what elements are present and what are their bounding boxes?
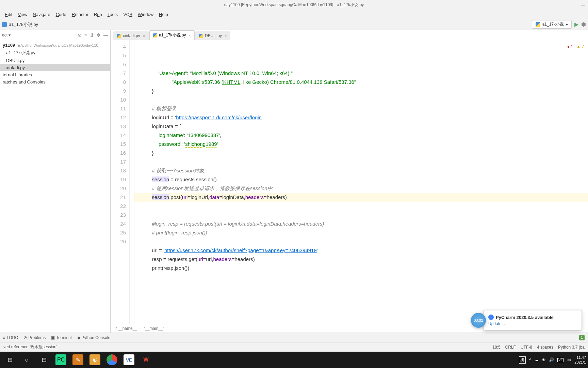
run-configuration-selector[interactable]: a1_17k小说 ▾ — [532, 20, 572, 29]
python-console-tool[interactable]: ◆ Python Console — [77, 335, 111, 340]
project-view-label[interactable]: ect ▾ — [2, 33, 11, 37]
scratches-consoles[interactable]: ratches and Consoles — [0, 78, 110, 86]
cortana-button[interactable]: ○ — [19, 353, 35, 367]
indent-info[interactable]: 4 spaces — [537, 345, 553, 350]
current-file-label: a1_17k小说.py — [9, 21, 38, 28]
notification-title: PyCharm 2020.3.5 available — [496, 315, 554, 320]
battery-icon[interactable]: ▭ — [567, 357, 571, 362]
editor-area: xinfadi.py×a1_17k小说.py×DBUtil.py× 456789… — [111, 30, 588, 333]
editor-tabs: xinfadi.py×a1_17k小说.py×DBUtil.py× — [111, 30, 588, 40]
app-icon-2[interactable]: ☯ — [87, 353, 103, 367]
inspection-widget[interactable]: ● 1 ▲ 7 — [567, 42, 584, 51]
pycharm-taskbar-icon[interactable]: PC — [53, 353, 69, 367]
python-file-icon — [2, 22, 7, 27]
window-title: day1109 [E:\pythonWorkspase\guangCaiMao1… — [224, 2, 364, 8]
system-tray: 拼 ^ ☁ ❀ 🔊 VE ▭ 11:47 2021/1 — [519, 355, 586, 365]
app-icon-1[interactable]: ✎ — [70, 353, 86, 367]
debug-button[interactable]: ⬢ — [581, 21, 586, 28]
terminal-tool[interactable]: ▣ Terminal — [51, 335, 71, 340]
network-icon[interactable]: VE — [557, 358, 564, 362]
editor-tab[interactable]: DBUtil.py× — [195, 31, 230, 40]
close-tab-icon[interactable]: × — [189, 33, 191, 37]
minimize-button[interactable]: — — [581, 2, 585, 7]
menu-view[interactable]: View — [16, 11, 29, 18]
fold-gutter[interactable] — [130, 40, 134, 324]
collapse-icon[interactable]: ⇵ — [90, 32, 94, 38]
status-message: ved reference '热水瓶session' — [3, 344, 57, 350]
app-icon-3[interactable]: VE — [121, 353, 137, 367]
editor-tab[interactable]: xinfadi.py× — [113, 31, 149, 40]
update-notification: i PyCharm 2020.3.5 available Update... — [483, 310, 582, 331]
locate-icon[interactable]: ⊙ — [78, 32, 82, 38]
line-number-gutter[interactable]: 4567891011121314151617181920212223242526 — [111, 40, 130, 324]
python-file-icon — [536, 22, 540, 27]
close-tab-icon[interactable]: × — [143, 34, 145, 38]
window-controls: — — [581, 2, 585, 7]
tree-file-item[interactable]: a1_17k小说.py — [0, 49, 110, 57]
clock[interactable]: 11:47 2021/1 — [574, 355, 586, 365]
window-titlebar: day1109 [E:\pythonWorkspase\guangCaiMao1… — [0, 0, 588, 10]
menu-help[interactable]: Help — [157, 11, 170, 18]
menu-edit[interactable]: Edit — [3, 11, 14, 18]
run-button[interactable]: ▶ — [574, 21, 578, 28]
wps-icon[interactable]: W — [138, 353, 154, 367]
python-file-icon — [199, 34, 203, 38]
chrome-icon[interactable] — [104, 353, 120, 367]
menu-code[interactable]: Code — [54, 11, 68, 18]
close-tab-icon[interactable]: × — [225, 34, 227, 38]
editor-tab[interactable]: a1_17k小说.py× — [149, 30, 195, 40]
volume-icon[interactable]: 🔊 — [549, 357, 554, 362]
settings-icon[interactable]: ✲ — [97, 32, 101, 38]
external-libraries[interactable]: ternal Libraries — [0, 71, 110, 78]
menu-window[interactable]: Window — [136, 11, 156, 18]
warning-indicator[interactable]: ▲ 7 — [576, 42, 584, 51]
python-file-icon — [117, 34, 121, 38]
status-bar: ved reference '热水瓶session' 18:5 CRLF UTF… — [0, 342, 588, 352]
todo-tool[interactable]: ≡ TODO — [3, 335, 18, 340]
project-tool-window: ect ▾ ⊙ ≡ ⇵ ✲ — y1109E:\pythonWorkspase\… — [0, 30, 111, 333]
interpreter-info[interactable]: Python 3.7 (ba — [558, 345, 585, 350]
onedrive-icon[interactable]: ☁ — [535, 357, 539, 362]
tool-window-bar: ≡ TODO ⊘ Problems ▣ Terminal ◆ Python Co… — [0, 333, 588, 342]
code-editor[interactable]: ● 1 ▲ 7 "User-Agent": "Mozilla/5.0 (Wind… — [134, 40, 588, 324]
menu-bar: Edit View Navigate Code Refactor Run Too… — [0, 10, 588, 19]
chevron-down-icon: ▾ — [566, 22, 568, 27]
info-icon: i — [488, 315, 494, 320]
project-root[interactable]: y1109E:\pythonWorkspase\guangCaiMao1905\… — [0, 42, 110, 49]
menu-refactor[interactable]: Refactor — [70, 11, 91, 18]
menu-vcs[interactable]: VCS — [121, 11, 134, 18]
menu-tools[interactable]: Tools — [105, 11, 120, 18]
line-separator[interactable]: CRLF — [505, 345, 516, 350]
update-link[interactable]: Update... — [488, 321, 577, 326]
project-toolbar: ect ▾ ⊙ ≡ ⇵ ✲ — — [0, 30, 110, 40]
file-encoding[interactable]: UTF-8 — [521, 345, 532, 350]
windows-taskbar: ⊞ ○ ⊟ PC ✎ ☯ VE W 拼 ^ ☁ ❀ 🔊 VE ▭ 11:47 2… — [0, 352, 588, 368]
caret-position[interactable]: 18:5 — [492, 345, 500, 350]
menu-navigate[interactable]: Navigate — [31, 11, 52, 18]
start-button[interactable]: ⊞ — [2, 353, 18, 367]
tree-file-item[interactable]: DBUtil.py — [0, 57, 110, 64]
menu-run[interactable]: Run — [92, 11, 104, 18]
python-file-icon — [153, 33, 157, 37]
ime-indicator[interactable]: 拼 — [519, 356, 526, 364]
problems-tool[interactable]: ⊘ Problems — [23, 335, 46, 340]
event-log-badge[interactable]: 1 — [579, 335, 585, 340]
hide-icon[interactable]: — — [103, 32, 108, 38]
project-tree[interactable]: y1109E:\pythonWorkspase\guangCaiMao1905\… — [0, 40, 110, 333]
tray-app-icon[interactable]: ❀ — [542, 357, 545, 362]
navigation-bar: a1_17k小说.py a1_17k小说 ▾ ▶ ⬢ — [0, 19, 588, 30]
error-indicator[interactable]: ● 1 — [567, 42, 573, 51]
expand-icon[interactable]: ≡ — [84, 32, 87, 38]
run-config-label: a1_17k小说 — [542, 21, 564, 27]
tree-file-item[interactable]: xinfadi.py — [0, 64, 110, 71]
task-view-button[interactable]: ⊟ — [36, 353, 52, 367]
countdown-badge[interactable]: 03:02 — [471, 313, 486, 328]
tray-chevron-icon[interactable]: ^ — [529, 357, 531, 362]
